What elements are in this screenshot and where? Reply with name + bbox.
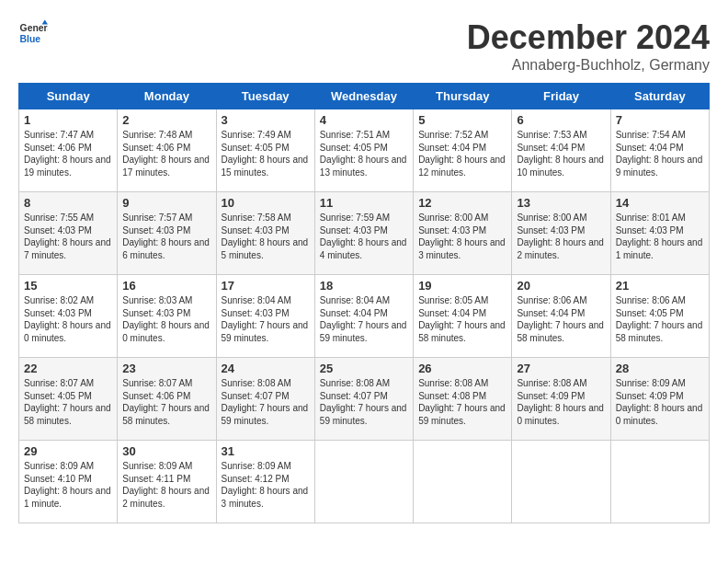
empty-cell: [414, 441, 512, 523]
day-number-23: 23: [122, 362, 210, 375]
day-number-10: 10: [222, 196, 310, 210]
day-content-6: Sunrise: 7:53 AMSunset: 4:04 PMDaylight:…: [517, 129, 605, 178]
calendar-title: December 2024: [467, 18, 710, 57]
svg-marker-2: [42, 20, 48, 25]
day-content-24: Sunrise: 8:08 AMSunset: 4:07 PMDaylight:…: [222, 377, 310, 427]
day-number-2: 2: [122, 113, 210, 127]
day-number-6: 6: [517, 113, 605, 127]
day-content-15: Sunrise: 8:02 AMSunset: 4:03 PMDaylight:…: [24, 294, 112, 344]
day-number-9: 9: [122, 196, 210, 210]
day-cell-11: 11Sunrise: 7:59 AMSunset: 4:03 PMDayligh…: [314, 192, 413, 275]
day-cell-13: 13Sunrise: 8:00 AMSunset: 4:03 PMDayligh…: [512, 192, 610, 275]
day-content-31: Sunrise: 8:09 AMSunset: 4:12 PMDaylight:…: [222, 460, 310, 510]
day-cell-25: 25Sunrise: 8:08 AMSunset: 4:07 PMDayligh…: [314, 358, 413, 441]
day-content-4: Sunrise: 7:51 AMSunset: 4:05 PMDaylight:…: [320, 129, 408, 178]
header-saturday: Saturday: [610, 84, 709, 109]
day-content-20: Sunrise: 8:06 AMSunset: 4:04 PMDaylight:…: [517, 294, 605, 344]
day-cell-3: 3Sunrise: 7:49 AMSunset: 4:05 PMDaylight…: [216, 109, 314, 192]
day-content-29: Sunrise: 8:09 AMSunset: 4:10 PMDaylight:…: [24, 460, 112, 510]
day-content-8: Sunrise: 7:55 AMSunset: 4:03 PMDaylight:…: [24, 212, 112, 261]
day-number-22: 22: [24, 362, 112, 375]
calendar-body: 1Sunrise: 7:47 AMSunset: 4:06 PMDaylight…: [19, 109, 710, 523]
calendar-week-1: 1Sunrise: 7:47 AMSunset: 4:06 PMDaylight…: [19, 109, 710, 192]
day-number-13: 13: [517, 196, 605, 210]
calendar-week-3: 15Sunrise: 8:02 AMSunset: 4:03 PMDayligh…: [19, 275, 710, 358]
title-section: December 2024 Annaberg-Buchholz, Germany: [467, 18, 710, 74]
header-sunday: Sunday: [19, 84, 118, 109]
day-number-1: 1: [24, 113, 112, 127]
logo-icon: General Blue: [18, 18, 48, 48]
day-number-18: 18: [320, 279, 408, 293]
day-number-14: 14: [616, 196, 704, 210]
day-number-29: 29: [24, 444, 112, 458]
day-number-28: 28: [616, 362, 704, 375]
day-cell-27: 27Sunrise: 8:08 AMSunset: 4:09 PMDayligh…: [512, 358, 610, 441]
day-content-22: Sunrise: 8:07 AMSunset: 4:05 PMDaylight:…: [24, 377, 112, 427]
header-tuesday: Tuesday: [216, 84, 314, 109]
day-number-3: 3: [222, 113, 310, 127]
day-content-21: Sunrise: 8:06 AMSunset: 4:05 PMDaylight:…: [616, 294, 704, 344]
day-cell-2: 2Sunrise: 7:48 AMSunset: 4:06 PMDaylight…: [118, 109, 216, 192]
day-cell-7: 7Sunrise: 7:54 AMSunset: 4:04 PMDaylight…: [610, 109, 709, 192]
day-cell-6: 6Sunrise: 7:53 AMSunset: 4:04 PMDaylight…: [512, 109, 610, 192]
weekday-header-row: Sunday Monday Tuesday Wednesday Thursday…: [19, 84, 710, 109]
empty-cell: [610, 441, 709, 523]
calendar-subtitle: Annaberg-Buchholz, Germany: [467, 57, 710, 74]
day-cell-23: 23Sunrise: 8:07 AMSunset: 4:06 PMDayligh…: [118, 358, 216, 441]
day-cell-18: 18Sunrise: 8:04 AMSunset: 4:04 PMDayligh…: [314, 275, 413, 358]
day-cell-16: 16Sunrise: 8:03 AMSunset: 4:03 PMDayligh…: [118, 275, 216, 358]
day-cell-31: 31Sunrise: 8:09 AMSunset: 4:12 PMDayligh…: [216, 441, 314, 523]
day-cell-29: 29Sunrise: 8:09 AMSunset: 4:10 PMDayligh…: [19, 441, 118, 523]
day-content-30: Sunrise: 8:09 AMSunset: 4:11 PMDaylight:…: [122, 460, 210, 510]
day-content-2: Sunrise: 7:48 AMSunset: 4:06 PMDaylight:…: [122, 129, 210, 178]
day-content-1: Sunrise: 7:47 AMSunset: 4:06 PMDaylight:…: [24, 129, 112, 178]
day-cell-20: 20Sunrise: 8:06 AMSunset: 4:04 PMDayligh…: [512, 275, 610, 358]
day-content-27: Sunrise: 8:08 AMSunset: 4:09 PMDaylight:…: [517, 377, 605, 427]
day-number-7: 7: [616, 113, 704, 127]
calendar-week-4: 22Sunrise: 8:07 AMSunset: 4:05 PMDayligh…: [19, 358, 710, 441]
day-cell-24: 24Sunrise: 8:08 AMSunset: 4:07 PMDayligh…: [216, 358, 314, 441]
day-number-15: 15: [24, 279, 112, 293]
header-thursday: Thursday: [414, 84, 512, 109]
header-wednesday: Wednesday: [314, 84, 413, 109]
calendar-week-2: 8Sunrise: 7:55 AMSunset: 4:03 PMDaylight…: [19, 192, 710, 275]
day-content-3: Sunrise: 7:49 AMSunset: 4:05 PMDaylight:…: [222, 129, 310, 178]
day-cell-30: 30Sunrise: 8:09 AMSunset: 4:11 PMDayligh…: [118, 441, 216, 523]
day-cell-8: 8Sunrise: 7:55 AMSunset: 4:03 PMDaylight…: [19, 192, 118, 275]
empty-cell: [512, 441, 610, 523]
header: General Blue December 2024 Annaberg-Buch…: [18, 18, 710, 74]
day-number-12: 12: [418, 196, 506, 210]
day-number-17: 17: [222, 279, 310, 293]
day-content-17: Sunrise: 8:04 AMSunset: 4:03 PMDaylight:…: [222, 294, 310, 344]
day-number-20: 20: [517, 279, 605, 293]
day-number-4: 4: [320, 113, 408, 127]
svg-text:Blue: Blue: [20, 34, 41, 44]
day-cell-17: 17Sunrise: 8:04 AMSunset: 4:03 PMDayligh…: [216, 275, 314, 358]
day-number-25: 25: [320, 362, 408, 375]
day-number-30: 30: [122, 444, 210, 458]
day-number-21: 21: [616, 279, 704, 293]
day-content-18: Sunrise: 8:04 AMSunset: 4:04 PMDaylight:…: [320, 294, 408, 344]
day-cell-28: 28Sunrise: 8:09 AMSunset: 4:09 PMDayligh…: [610, 358, 709, 441]
day-content-23: Sunrise: 8:07 AMSunset: 4:06 PMDaylight:…: [122, 377, 210, 427]
header-friday: Friday: [512, 84, 610, 109]
day-number-8: 8: [24, 196, 112, 210]
calendar-week-5: 29Sunrise: 8:09 AMSunset: 4:10 PMDayligh…: [19, 441, 710, 523]
calendar-table: Sunday Monday Tuesday Wednesday Thursday…: [18, 83, 710, 523]
logo: General Blue: [18, 18, 48, 48]
empty-cell: [314, 441, 413, 523]
day-cell-9: 9Sunrise: 7:57 AMSunset: 4:03 PMDaylight…: [118, 192, 216, 275]
day-cell-14: 14Sunrise: 8:01 AMSunset: 4:03 PMDayligh…: [610, 192, 709, 275]
day-content-9: Sunrise: 7:57 AMSunset: 4:03 PMDaylight:…: [122, 212, 210, 261]
day-cell-12: 12Sunrise: 8:00 AMSunset: 4:03 PMDayligh…: [414, 192, 512, 275]
day-number-27: 27: [517, 362, 605, 375]
day-content-16: Sunrise: 8:03 AMSunset: 4:03 PMDaylight:…: [122, 294, 210, 344]
day-content-19: Sunrise: 8:05 AMSunset: 4:04 PMDaylight:…: [418, 294, 506, 344]
day-cell-22: 22Sunrise: 8:07 AMSunset: 4:05 PMDayligh…: [19, 358, 118, 441]
day-number-11: 11: [320, 196, 408, 210]
day-cell-15: 15Sunrise: 8:02 AMSunset: 4:03 PMDayligh…: [19, 275, 118, 358]
day-content-26: Sunrise: 8:08 AMSunset: 4:08 PMDaylight:…: [418, 377, 506, 427]
day-number-31: 31: [222, 444, 310, 458]
day-cell-21: 21Sunrise: 8:06 AMSunset: 4:05 PMDayligh…: [610, 275, 709, 358]
day-content-13: Sunrise: 8:00 AMSunset: 4:03 PMDaylight:…: [517, 212, 605, 261]
